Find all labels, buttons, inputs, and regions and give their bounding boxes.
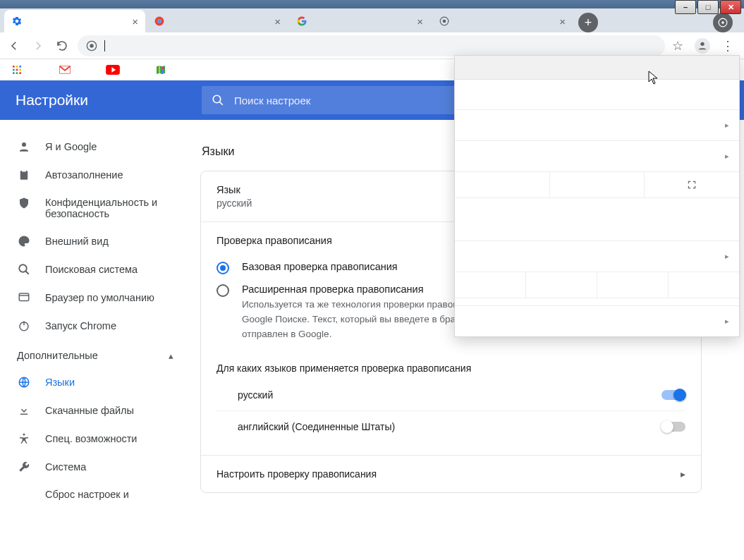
window-controls: – □ ✕	[675, 0, 741, 14]
globe-icon	[17, 376, 31, 389]
radio-icon	[217, 262, 229, 274]
palette-icon	[17, 235, 31, 248]
popup-button-row	[455, 171, 739, 198]
bookmark-star-icon[interactable]: ☆	[672, 38, 683, 54]
gmail-icon[interactable]	[58, 63, 72, 77]
chrome-outline-icon	[439, 16, 450, 27]
youtube-icon[interactable]	[106, 63, 120, 77]
back-button[interactable]	[6, 37, 23, 54]
svg-rect-27	[19, 293, 29, 301]
popup-header	[455, 56, 739, 80]
svg-rect-18	[16, 72, 18, 74]
power-icon	[17, 319, 31, 332]
svg-point-21	[161, 66, 164, 69]
popup-cell-fullscreen[interactable]	[645, 172, 739, 197]
new-tab-button[interactable]: +	[578, 13, 598, 32]
tab-4[interactable]: ×	[432, 10, 573, 32]
sidebar-item-label: Конфиденциальность и безопасность	[45, 197, 165, 219]
person-icon	[17, 140, 31, 153]
text-cursor	[104, 40, 105, 51]
reload-button[interactable]	[54, 37, 71, 54]
sidebar-item-label: Я и Google	[45, 141, 97, 152]
clipboard-icon	[17, 169, 31, 181]
sidebar-item-label: Внешний вид	[45, 236, 109, 247]
sidebar-item-search-engine[interactable]: Поисковая система	[0, 255, 190, 284]
popup-cell[interactable]	[455, 172, 550, 197]
maximize-button[interactable]: □	[697, 0, 719, 14]
svg-rect-13	[19, 66, 21, 68]
chevron-right-icon: ▸	[725, 152, 729, 161]
spellcheck-lang-english-us: английский (Соединенные Штаты)	[217, 410, 685, 442]
close-icon[interactable]: ×	[417, 16, 423, 27]
popup-button-row	[455, 272, 739, 298]
popup-cell[interactable]	[455, 272, 526, 298]
toggle-switch[interactable]	[661, 390, 685, 400]
kebab-menu-icon[interactable]: ⋮	[721, 38, 734, 54]
svg-rect-14	[13, 69, 15, 71]
sidebar-item-system[interactable]: Система	[0, 453, 190, 481]
popup-cell[interactable]	[550, 172, 645, 197]
shield-icon	[17, 197, 31, 209]
popup-cell[interactable]	[597, 272, 669, 298]
address-bar[interactable]	[78, 35, 665, 56]
chevron-right-icon: ▸	[725, 121, 729, 130]
maps-icon[interactable]	[154, 63, 168, 77]
svg-point-10	[700, 42, 704, 45]
profile-avatar[interactable]	[695, 38, 710, 54]
browser-icon	[17, 291, 31, 304]
sidebar-item-label: Языки	[45, 377, 75, 388]
sidebar-item-downloads[interactable]: Скачанные файлы	[0, 396, 190, 425]
sidebar-item-languages[interactable]: Языки	[0, 368, 190, 396]
download-icon	[17, 404, 31, 417]
sidebar-item-label: Система	[45, 461, 86, 473]
sidebar-item-label: Скачанные файлы	[45, 405, 134, 416]
sidebar-item-autofill[interactable]: Автозаполнение	[0, 161, 190, 189]
close-icon[interactable]: ×	[274, 16, 281, 27]
apps-icon[interactable]	[10, 63, 24, 77]
svg-rect-17	[13, 72, 15, 74]
settings-sidebar: Я и Google Автозаполнение Конфиденциальн…	[0, 120, 190, 560]
svg-rect-12	[16, 66, 18, 68]
sidebar-item-label: Запуск Chrome	[45, 320, 116, 331]
close-icon[interactable]: ×	[132, 16, 138, 27]
close-button[interactable]: ✕	[720, 0, 741, 14]
minimize-button[interactable]: –	[675, 0, 696, 14]
svg-point-3	[158, 20, 161, 23]
customize-spellcheck-row[interactable]: Настроить проверку правописания ▸	[201, 456, 701, 492]
search-icon	[17, 263, 31, 276]
sidebar-item-label: Сброс настроек и	[45, 489, 129, 500]
chrome-icon	[154, 16, 165, 27]
sidebar-section-label: Дополнительные	[17, 350, 98, 361]
svg-rect-15	[16, 69, 18, 71]
popup-menu-item[interactable]: ▸	[455, 305, 739, 336]
sidebar-item-accessibility[interactable]: Спец. возможности	[0, 425, 190, 453]
sidebar-item-on-startup[interactable]: Запуск Chrome	[0, 312, 190, 340]
forward-button[interactable]	[30, 37, 47, 54]
tab-2[interactable]: ×	[147, 10, 288, 32]
chevron-right-icon: ▸	[725, 252, 729, 261]
sidebar-item-default-browser[interactable]: Браузер по умолчанию	[0, 284, 190, 312]
radio-label: Базовая проверка правописания	[242, 261, 398, 272]
account-circle-icon[interactable]	[713, 13, 733, 32]
search-placeholder: Поиск настроек	[234, 95, 310, 106]
sidebar-item-you-and-google[interactable]: Я и Google	[0, 133, 190, 161]
tab-strip: × × × × +	[0, 8, 744, 32]
tab-3[interactable]: ×	[289, 10, 430, 32]
popup-menu-item[interactable]: ▸	[455, 109, 739, 140]
popup-menu-item[interactable]: ▸	[455, 140, 739, 171]
popup-menu-item[interactable]: ▸	[455, 241, 739, 272]
popup-cell[interactable]	[526, 272, 597, 298]
spellcheck-languages-header: Для каких языков применяется проверка пр…	[217, 363, 685, 374]
svg-point-26	[19, 264, 27, 272]
sidebar-item-appearance[interactable]: Внешний вид	[0, 227, 190, 255]
tab-settings[interactable]: ×	[4, 10, 145, 32]
svg-rect-19	[19, 72, 21, 74]
site-info-icon[interactable]	[86, 40, 97, 51]
toggle-switch[interactable]	[661, 422, 685, 432]
sidebar-item-privacy[interactable]: Конфиденциальность и безопасность	[0, 189, 190, 227]
close-icon[interactable]: ×	[559, 16, 566, 27]
sidebar-item-reset[interactable]: Сброс настроек и	[0, 481, 190, 508]
svg-rect-11	[13, 66, 15, 68]
popup-cell[interactable]	[669, 272, 739, 298]
sidebar-advanced-header[interactable]: Дополнительные ▴	[0, 340, 190, 368]
